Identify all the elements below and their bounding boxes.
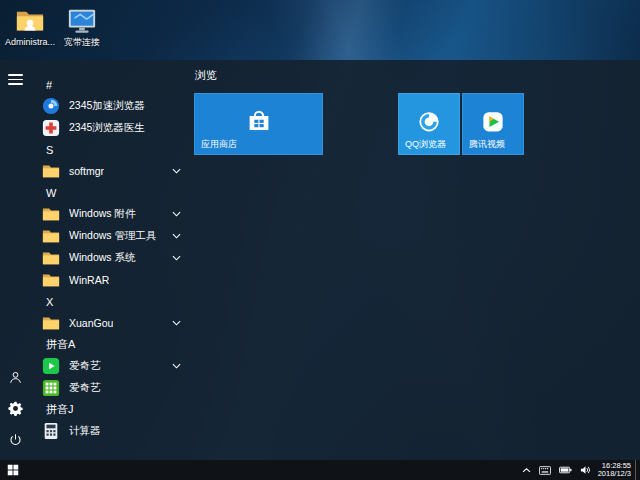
system-tray: 16:28:55 2018/12/3 bbox=[518, 460, 640, 480]
touch-keyboard-button[interactable] bbox=[535, 460, 555, 480]
user-folder-icon bbox=[15, 6, 45, 36]
app-item-windows-system[interactable]: Windows 系统 bbox=[34, 247, 190, 269]
app-item-2345-speed-browser[interactable]: 2345加速浏览器 bbox=[34, 95, 190, 117]
volume-button[interactable] bbox=[576, 460, 595, 480]
chevron-down-icon[interactable] bbox=[172, 255, 181, 261]
app-item-xuangou[interactable]: XuanGou bbox=[34, 312, 190, 334]
store-icon bbox=[244, 107, 274, 137]
calculator-icon bbox=[42, 422, 60, 440]
show-desktop-button[interactable] bbox=[635, 460, 640, 480]
folder-icon bbox=[42, 205, 60, 223]
section-letter: S bbox=[46, 144, 53, 156]
app-item-label: 计算器 bbox=[69, 424, 101, 438]
section-letter: 拼音J bbox=[46, 402, 74, 417]
taskbar: 16:28:55 2018/12/3 bbox=[0, 460, 640, 480]
desktop-icon-broadband[interactable]: 宽带连接 bbox=[54, 6, 110, 47]
windows-logo-icon bbox=[7, 464, 19, 476]
start-menu-nav-rail bbox=[0, 60, 30, 460]
touch-keyboard-icon bbox=[539, 466, 551, 475]
user-account-button[interactable] bbox=[4, 366, 26, 388]
app-item-windows-accessories[interactable]: Windows 附件 bbox=[34, 203, 190, 225]
app-item-label: Windows 管理工具 bbox=[69, 229, 157, 243]
tile-tencent-video[interactable]: 腾讯视频 bbox=[462, 93, 524, 155]
app-item-label: WinRAR bbox=[69, 274, 109, 286]
app-item-calculator[interactable]: 计算器 bbox=[34, 420, 190, 442]
chevron-up-icon bbox=[522, 467, 531, 474]
app-section-header[interactable]: 拼音A bbox=[34, 334, 190, 355]
chevron-down-icon[interactable] bbox=[172, 320, 181, 326]
chevron-down-icon[interactable] bbox=[172, 168, 181, 174]
power-icon bbox=[9, 433, 22, 446]
user-icon bbox=[8, 370, 23, 385]
folder-icon bbox=[42, 162, 60, 180]
iqiyi-grid-icon bbox=[42, 379, 60, 397]
desktop-icon-label: 宽带连接 bbox=[54, 37, 110, 47]
broadband-connection-icon bbox=[67, 6, 97, 36]
tile-label: 腾讯视频 bbox=[469, 138, 505, 151]
chevron-down-icon[interactable] bbox=[172, 233, 181, 239]
folder-icon bbox=[42, 227, 60, 245]
app-item-label: Windows 系统 bbox=[69, 251, 136, 265]
folder-icon bbox=[42, 314, 60, 332]
app-item-winrar[interactable]: WinRAR bbox=[34, 269, 190, 291]
app-list: # 2345加速浏览器 2345浏览器医生 S bbox=[30, 60, 190, 460]
hidden-icons-button[interactable] bbox=[518, 460, 535, 480]
2345-speed-browser-icon bbox=[42, 97, 60, 115]
2345-browser-doctor-icon bbox=[42, 119, 60, 137]
app-section-header[interactable]: 拼音J bbox=[34, 399, 190, 420]
qq-browser-icon bbox=[415, 108, 443, 136]
section-letter: X bbox=[46, 296, 53, 308]
section-letter: # bbox=[46, 79, 52, 91]
app-item-label: softmgr bbox=[69, 165, 104, 177]
desktop-icon-label: Administra... bbox=[2, 37, 58, 47]
battery-button[interactable] bbox=[555, 460, 576, 480]
tiles-area: 浏览 应用商店 QQ浏览器 bbox=[194, 60, 640, 460]
settings-button[interactable] bbox=[4, 397, 26, 419]
app-item-softmgr[interactable]: softmgr bbox=[34, 160, 190, 182]
app-item-label: 2345浏览器医生 bbox=[69, 121, 145, 135]
clock-date: 2018/12/3 bbox=[598, 470, 631, 479]
app-item-label: XuanGou bbox=[69, 317, 113, 329]
tencent-video-icon bbox=[479, 108, 507, 136]
tile-app-store[interactable]: 应用商店 bbox=[194, 93, 323, 155]
battery-icon bbox=[559, 466, 572, 474]
power-button[interactable] bbox=[4, 428, 26, 450]
start-button[interactable] bbox=[0, 460, 26, 480]
desktop: Administra... 宽带连接 bbox=[0, 0, 640, 480]
iqiyi-play-icon bbox=[42, 357, 60, 375]
app-item-label: 爱奇艺 bbox=[69, 359, 101, 373]
folder-icon bbox=[42, 249, 60, 267]
app-item-label: 2345加速浏览器 bbox=[69, 99, 145, 113]
app-item-label: Windows 附件 bbox=[69, 207, 136, 221]
app-section-header[interactable]: X bbox=[34, 291, 190, 312]
app-item-iqiyi-2[interactable]: 爱奇艺 bbox=[34, 377, 190, 399]
app-item-iqiyi[interactable]: 爱奇艺 bbox=[34, 355, 190, 377]
taskbar-clock[interactable]: 16:28:55 2018/12/3 bbox=[595, 462, 635, 479]
volume-icon bbox=[580, 465, 591, 475]
app-section-header[interactable]: W bbox=[34, 182, 190, 203]
folder-icon bbox=[42, 271, 60, 289]
section-letter: 拼音A bbox=[46, 337, 75, 352]
section-letter: W bbox=[46, 187, 56, 199]
start-menu: # 2345加速浏览器 2345浏览器医生 S bbox=[0, 60, 640, 460]
tile-qq-browser[interactable]: QQ浏览器 bbox=[398, 93, 460, 155]
chevron-down-icon[interactable] bbox=[172, 211, 181, 217]
desktop-icon-administrator[interactable]: Administra... bbox=[2, 6, 58, 47]
app-section-header[interactable]: S bbox=[34, 139, 190, 160]
gear-icon bbox=[8, 401, 23, 416]
hamburger-menu-icon[interactable] bbox=[8, 74, 23, 85]
chevron-down-icon[interactable] bbox=[172, 363, 181, 369]
tile-label: QQ浏览器 bbox=[405, 138, 446, 151]
app-item-windows-admin-tools[interactable]: Windows 管理工具 bbox=[34, 225, 190, 247]
app-section-header[interactable]: # bbox=[34, 74, 190, 95]
tile-group-title[interactable]: 浏览 bbox=[195, 68, 217, 83]
app-item-label: 爱奇艺 bbox=[69, 381, 101, 395]
tile-label: 应用商店 bbox=[201, 138, 237, 151]
app-item-2345-browser-doctor[interactable]: 2345浏览器医生 bbox=[34, 117, 190, 139]
